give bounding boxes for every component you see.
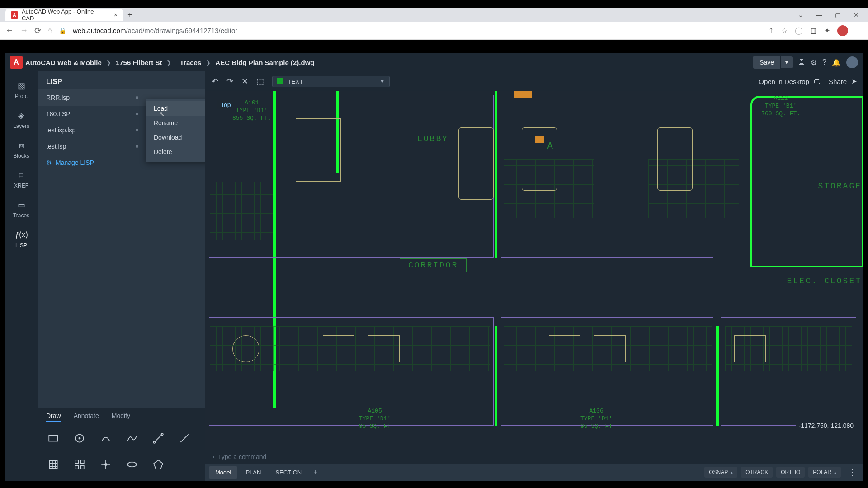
lisp-icon: ƒ⒳ xyxy=(16,230,27,240)
window-close-icon[interactable]: ✕ xyxy=(854,11,859,19)
polygon-tool[interactable] xyxy=(151,457,165,472)
floorplan: A101 TYPE 'D1' 855 SQ. FT. A112 TYPE 'B1… xyxy=(205,91,863,450)
traces-icon: ▭ xyxy=(16,200,27,211)
user-avatar[interactable] xyxy=(846,56,858,68)
panel-icon[interactable]: ▥ xyxy=(810,26,817,35)
svg-point-2 xyxy=(79,437,80,439)
ctx-delete[interactable]: Delete xyxy=(146,145,213,159)
reader-icon[interactable]: ◯ xyxy=(795,26,803,35)
share-button[interactable]: Share ➤ xyxy=(829,77,857,85)
autocad-logo[interactable]: A xyxy=(10,56,23,69)
blocks-icon: ⧇ xyxy=(16,140,27,151)
profile-avatar[interactable] xyxy=(837,25,848,36)
layout-tab-section[interactable]: SECTION xyxy=(269,466,308,479)
undo-icon[interactable]: ↶ xyxy=(212,76,218,86)
room-a105: A105 TYPE 'D1' 95 SQ. FT xyxy=(359,408,391,431)
save-button[interactable]: Save xyxy=(753,56,780,69)
rail-blocks[interactable]: ⧇ Blocks xyxy=(5,136,38,165)
layout-tab-plan[interactable]: PLAN xyxy=(239,466,267,479)
app-header: A AutoCAD Web & Mobile ❯ 1756 Filbert St… xyxy=(5,53,863,71)
settings-icon[interactable]: ⚙ xyxy=(811,58,817,67)
back-icon[interactable]: ← xyxy=(5,26,14,35)
osnap-toggle[interactable]: OSNAP▴ xyxy=(704,467,737,478)
tab-draw[interactable]: Draw xyxy=(46,412,61,422)
extensions-icon[interactable]: ✦ xyxy=(824,26,830,35)
save-dropdown[interactable]: ▾ xyxy=(781,56,793,68)
svg-point-10 xyxy=(105,464,107,465)
ortho-toggle[interactable]: ORTHO xyxy=(776,467,805,478)
manage-lisp-label: Manage LISP xyxy=(56,159,94,166)
menu-icon[interactable]: ⋮ xyxy=(855,26,863,35)
url-input[interactable]: web.autocad.com/acad/me/drawings/6944127… xyxy=(73,27,762,34)
home-icon[interactable]: ⌂ xyxy=(47,26,52,35)
array-tool[interactable] xyxy=(72,457,87,472)
close-icon[interactable]: × xyxy=(114,11,118,19)
breadcrumb-folder1[interactable]: 1756 Filbert St xyxy=(116,59,162,66)
reload-icon[interactable]: ⟳ xyxy=(34,26,41,36)
svg-rect-0 xyxy=(49,436,58,441)
more-options-icon[interactable]: ⋮ xyxy=(844,467,860,477)
hatch-tool[interactable] xyxy=(46,457,61,472)
point-tool[interactable] xyxy=(99,457,113,472)
command-input[interactable]: Type a command xyxy=(218,453,266,460)
share-label: Share xyxy=(829,78,847,85)
bell-icon[interactable]: 🔔 xyxy=(832,58,841,67)
drawing-canvas[interactable]: Top xyxy=(205,91,863,450)
add-layout-tab[interactable]: + xyxy=(313,468,317,476)
print-icon[interactable]: 🖶 xyxy=(798,58,805,66)
arc-tool[interactable] xyxy=(99,431,113,446)
maximize-icon[interactable]: ▢ xyxy=(835,11,841,19)
bookmark-icon[interactable]: ☆ xyxy=(781,26,788,35)
chevron-down-icon[interactable]: ⌄ xyxy=(798,11,803,19)
line-tool[interactable] xyxy=(177,431,192,446)
breadcrumb-brand[interactable]: AutoCAD Web & Mobile xyxy=(25,59,102,66)
ctx-download[interactable]: Download xyxy=(146,130,213,145)
status-dot xyxy=(136,145,138,148)
rail-label: Prop. xyxy=(15,93,28,99)
cursor-coordinates: -1172.750, 121.080 xyxy=(796,421,856,430)
redo-icon[interactable]: ↷ xyxy=(226,76,233,86)
measure-icon[interactable]: ✕ xyxy=(241,76,248,86)
rail-properties[interactable]: ▧ Prop. xyxy=(5,76,38,106)
select-window-icon[interactable]: ⬚ xyxy=(256,76,264,86)
new-tab-button[interactable]: + xyxy=(127,10,132,20)
rail-layers[interactable]: ◈ Layers xyxy=(5,106,38,136)
autocad-favicon: A xyxy=(11,11,18,19)
breadcrumb-file: AEC Bldg Plan Sample (2).dwg xyxy=(215,59,314,66)
breadcrumb-folder2[interactable]: _Traces xyxy=(176,59,201,66)
ctx-rename[interactable]: Rename xyxy=(146,116,213,130)
svg-point-11 xyxy=(127,462,137,467)
lisp-context-menu: Load Rename Download Delete xyxy=(146,99,213,162)
layer-dropdown[interactable]: TEXT ▼ xyxy=(272,76,390,87)
rail-xref[interactable]: ⧉ XREF xyxy=(5,165,38,195)
layout-tab-model[interactable]: Model xyxy=(209,466,237,479)
polar-toggle[interactable]: POLAR▴ xyxy=(808,467,841,478)
install-icon[interactable]: ⤒ xyxy=(768,26,774,35)
addr-actions: ⤒ ☆ ◯ ▥ ✦ ⋮ xyxy=(768,25,863,36)
minimize-icon[interactable]: ― xyxy=(816,11,822,19)
rail-label: XREF xyxy=(14,183,28,189)
spline-tool[interactable] xyxy=(125,431,139,446)
tab-annotate[interactable]: Annotate xyxy=(74,412,99,422)
chevron-down-icon: ▼ xyxy=(380,79,385,84)
ctx-load[interactable]: Load xyxy=(146,101,213,116)
rail-traces[interactable]: ▭ Traces xyxy=(5,195,38,225)
chevron-right-icon: ❯ xyxy=(206,59,211,66)
otrack-toggle[interactable]: OTRACK xyxy=(741,467,773,478)
polyline-tool[interactable] xyxy=(151,431,165,446)
forward-icon[interactable]: → xyxy=(20,26,28,35)
help-icon[interactable]: ? xyxy=(822,58,826,66)
open-in-desktop-button[interactable]: Open in Desktop 🖵 xyxy=(759,78,821,85)
rail-label: Traces xyxy=(13,212,29,219)
ellipse-tool[interactable] xyxy=(125,457,139,472)
tab-modify[interactable]: Modify xyxy=(112,412,130,422)
send-icon: ➤ xyxy=(851,77,857,85)
rail-lisp[interactable]: ƒ⒳ LISP xyxy=(5,225,38,255)
status-dot xyxy=(136,113,138,115)
lock-icon[interactable]: 🔒 xyxy=(59,27,66,34)
browser-tab[interactable]: A AutoCAD Web App - Online CAD × xyxy=(5,9,123,21)
rectangle-tool[interactable] xyxy=(46,431,61,446)
circle-tool[interactable] xyxy=(72,431,87,446)
main-row: ▧ Prop. ◈ Layers ⧇ Blocks ⧉ XREF ▭ Trace… xyxy=(5,71,863,481)
label-storage: STORAGE xyxy=(818,182,862,191)
